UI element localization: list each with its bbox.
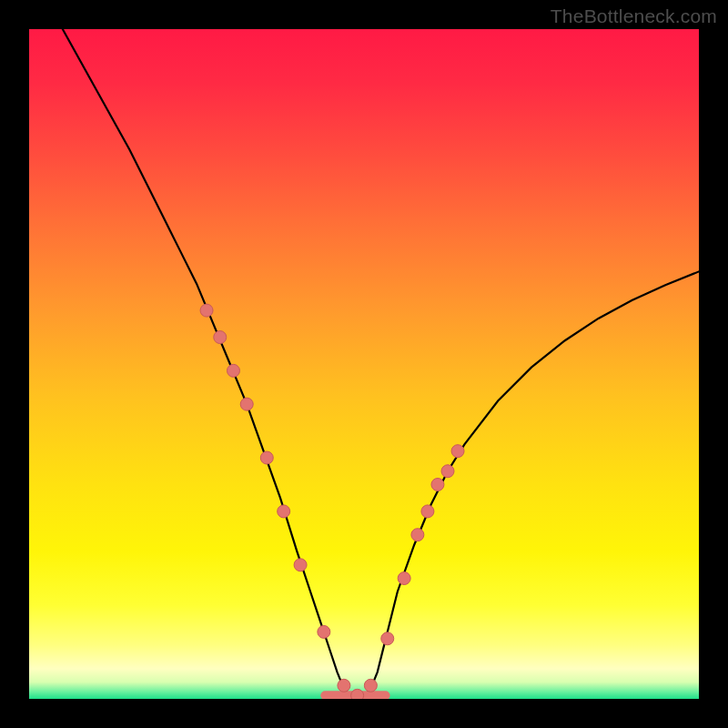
plot-overlay (29, 29, 699, 699)
plot-frame (29, 29, 699, 699)
svg-point-2 (200, 304, 213, 317)
svg-point-8 (294, 559, 307, 571)
svg-point-17 (431, 478, 444, 490)
svg-point-18 (441, 465, 454, 478)
svg-point-9 (318, 625, 330, 638)
bottleneck-curve (63, 29, 699, 695)
svg-point-13 (381, 632, 394, 645)
watermark-text: TheBottleneck.com (551, 5, 717, 27)
svg-point-6 (260, 451, 273, 464)
svg-point-14 (398, 572, 410, 585)
svg-point-10 (338, 679, 350, 692)
svg-point-16 (421, 505, 434, 518)
svg-point-4 (227, 364, 239, 377)
svg-point-19 (451, 445, 464, 458)
svg-point-5 (240, 398, 253, 410)
svg-point-12 (364, 679, 377, 692)
svg-point-11 (351, 689, 364, 699)
svg-point-15 (411, 529, 424, 541)
highlighted-points (200, 304, 464, 699)
svg-point-3 (214, 331, 227, 344)
svg-point-7 (278, 505, 290, 518)
